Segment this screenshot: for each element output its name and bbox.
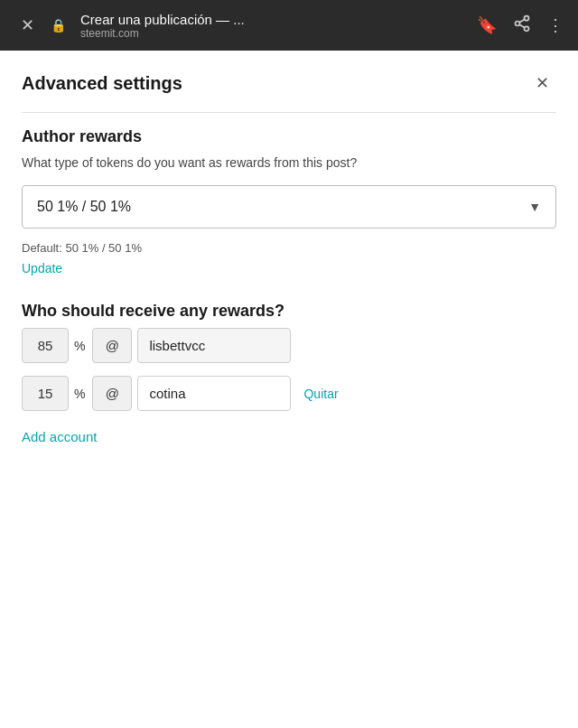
- update-link[interactable]: Update: [22, 261, 62, 275]
- header-divider: [22, 112, 556, 113]
- svg-line-3: [519, 24, 525, 27]
- lock-icon: 🔒: [51, 18, 66, 33]
- pct-input-0[interactable]: 85: [22, 328, 69, 363]
- browser-tab-title: Crear una publicación — ...: [80, 12, 462, 27]
- at-label-1: @: [92, 376, 132, 411]
- browser-url: steemit.com: [80, 27, 462, 40]
- remove-beneficiary-button-1[interactable]: Quitar: [303, 387, 338, 401]
- bookmark-icon[interactable]: 🔖: [477, 15, 497, 35]
- beneficiaries-section: Who should receive any rewards? 85 % @ l…: [22, 302, 556, 445]
- beneficiaries-title: Who should receive any rewards?: [22, 302, 556, 321]
- rewards-dropdown-value: 50 1% / 50 1%: [37, 199, 131, 215]
- more-options-icon[interactable]: ⋮: [547, 15, 564, 35]
- author-rewards-title: Author rewards: [22, 127, 556, 146]
- svg-line-4: [519, 19, 525, 22]
- pct-label-0: %: [74, 339, 85, 353]
- panel-close-button[interactable]: ✕: [527, 69, 556, 98]
- beneficiary-row-1: 15 % @ Quitar: [22, 376, 556, 411]
- username-input-1[interactable]: [137, 376, 291, 411]
- browser-title-group: Crear una publicación — ... steemit.com: [77, 12, 466, 40]
- pct-input-1[interactable]: 15: [22, 376, 69, 411]
- beneficiary-row-0: 85 % @ lisbettvcc: [22, 328, 556, 363]
- username-display-0: lisbettvcc: [137, 328, 291, 363]
- browser-chrome: ✕ 🔒 Crear una publicación — ... steemit.…: [0, 0, 578, 51]
- rewards-dropdown[interactable]: 50 1% / 50 1% ▼: [22, 185, 556, 229]
- author-rewards-description: What type of tokens do you want as rewar…: [22, 154, 556, 173]
- panel-title: Advanced settings: [22, 73, 182, 94]
- add-account-button[interactable]: Add account: [22, 429, 97, 444]
- author-rewards-section: Author rewards What type of tokens do yo…: [22, 127, 556, 276]
- panel-header: Advanced settings ✕: [22, 69, 556, 98]
- rewards-default-text: Default: 50 1% / 50 1%: [22, 241, 556, 255]
- share-icon[interactable]: [513, 14, 531, 37]
- browser-close-button[interactable]: ✕: [14, 15, 40, 35]
- main-content: Advanced settings ✕ Author rewards What …: [0, 51, 578, 489]
- chevron-down-icon: ▼: [528, 200, 541, 214]
- browser-action-icons: 🔖 ⋮: [477, 14, 564, 37]
- at-label-0: @: [92, 328, 132, 363]
- pct-label-1: %: [74, 387, 85, 401]
